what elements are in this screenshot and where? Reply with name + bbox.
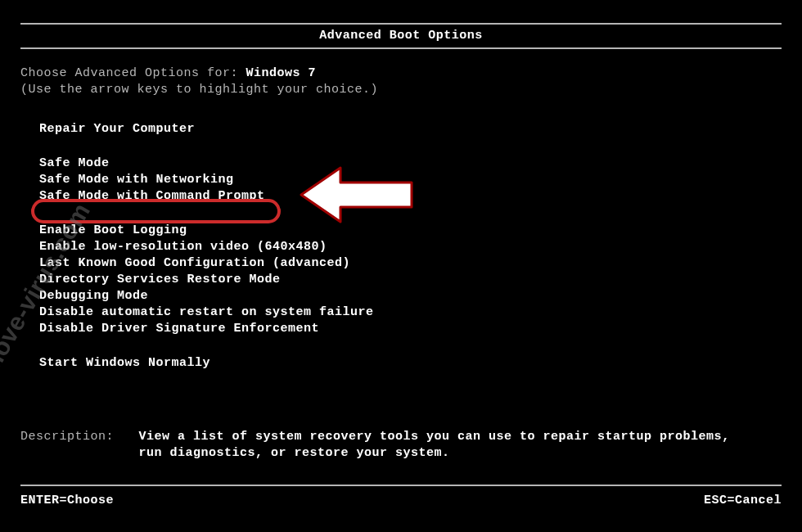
menu-item-disable-auto-restart[interactable]: Disable automatic restart on system fail…	[39, 304, 374, 321]
intro-prefix: Choose Advanced Options for:	[20, 66, 246, 80]
footer-esc: ESC=Cancel	[704, 494, 782, 507]
footer-enter: ENTER=Choose	[20, 494, 114, 507]
menu-item-ds-restore[interactable]: Directory Services Restore Mode	[39, 272, 374, 288]
description-text: View a list of system recovery tools you…	[139, 429, 753, 462]
footer-bar: ENTER=Choose ESC=Cancel	[20, 494, 782, 507]
menu-item-debugging[interactable]: Debugging Mode	[39, 288, 374, 304]
title-bar: Advanced Boot Options	[20, 23, 782, 49]
description-label: Description:	[20, 429, 131, 445]
os-name: Windows 7	[246, 66, 317, 80]
screen-title: Advanced Boot Options	[319, 29, 483, 43]
menu-item-repair[interactable]: Repair Your Computer	[39, 121, 374, 138]
boot-menu: Repair Your Computer Safe Mode Safe Mode…	[39, 121, 374, 372]
menu-item-start-normally[interactable]: Start Windows Normally	[39, 355, 374, 372]
menu-item-safe-mode-cmd[interactable]: Safe Mode with Command Prompt	[39, 188, 374, 205]
menu-item-disable-driver-sig[interactable]: Disable Driver Signature Enforcement	[39, 321, 374, 337]
menu-item-safe-mode[interactable]: Safe Mode	[39, 156, 374, 172]
description-block: Description: View a list of system recov…	[20, 429, 753, 462]
menu-item-boot-logging[interactable]: Enable Boot Logging	[39, 223, 374, 239]
intro-block: Choose Advanced Options for: Windows 7 (…	[20, 65, 378, 98]
menu-item-lkgc[interactable]: Last Known Good Configuration (advanced)	[39, 255, 374, 272]
menu-item-safe-mode-networking[interactable]: Safe Mode with Networking	[39, 172, 374, 188]
intro-hint: (Use the arrow keys to highlight your ch…	[20, 83, 378, 97]
footer-divider	[20, 485, 782, 486]
menu-item-low-res[interactable]: Enable low-resolution video (640x480)	[39, 239, 374, 255]
